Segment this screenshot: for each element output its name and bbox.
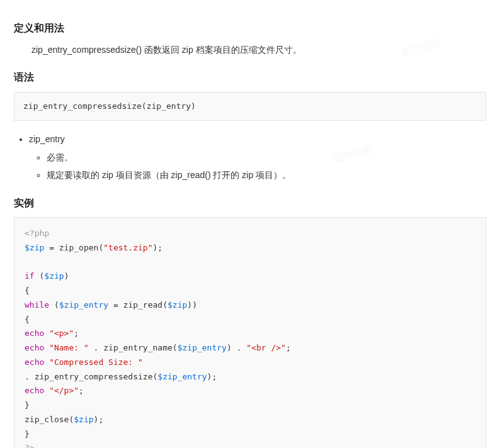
param-required: 必需。 (47, 150, 486, 164)
code-token-func: ); (153, 243, 163, 252)
code-token-var: $zip (168, 300, 187, 310)
example-code: <?php $zip = zip_open("test.zip"); if ($… (14, 217, 486, 448)
code-token-var: $zip_entry (59, 300, 108, 310)
code-token-op: . (232, 343, 246, 352)
code-token-var: $zip (44, 271, 64, 281)
code-token-op: { (25, 315, 30, 324)
code-token-op (44, 357, 49, 367)
code-token-op: ) (64, 271, 69, 281)
code-token-op: { (25, 286, 30, 295)
code-token-php-tag: <?php (25, 228, 49, 238)
code-token-op: ( (49, 300, 59, 310)
code-token-kw: echo (25, 357, 44, 367)
code-token-kw: while (25, 300, 49, 310)
code-token-op (44, 386, 49, 395)
param-name: zip_entry (29, 134, 65, 144)
code-token-kw: echo (25, 343, 44, 352)
code-token-op: ; (79, 386, 84, 395)
code-token-var: $zip_entry (157, 372, 207, 381)
code-token-str: "</p>" (49, 386, 79, 395)
code-token-str: "<p>" (49, 328, 74, 338)
code-token-func: zip_entry_compressedsize( (35, 372, 158, 381)
code-token-op: = (108, 300, 123, 310)
code-token-kw: if (25, 271, 35, 281)
code-token-str: "Name: " (49, 343, 89, 352)
code-token-op: ( (35, 271, 45, 281)
code-token-op: ; (74, 328, 79, 338)
section-title-syntax: 语法 (14, 69, 486, 86)
code-token-php-tag: ?> (25, 443, 35, 448)
code-token-func: zip_read( (123, 300, 168, 310)
param-item: zip_entry 必需。 规定要读取的 zip 项目资源（由 zip_read… (29, 132, 486, 182)
code-token-str: "<br />" (246, 343, 286, 352)
code-token-op (44, 328, 49, 338)
definition-desc: zip_entry_compressedsize() 函数返回 zip 档案项目… (14, 43, 486, 57)
section-title-example: 实例 (14, 195, 486, 211)
code-token-op (44, 343, 49, 352)
code-token-var: $zip_entry (178, 343, 227, 352)
code-token-var: $zip (74, 415, 93, 424)
code-token-op: } (25, 429, 30, 439)
code-token-op: ; (286, 343, 291, 352)
section-title-definition: 定义和用法 (14, 20, 486, 36)
code-token-func: ); (207, 372, 217, 381)
code-token-var: $zip (25, 243, 44, 252)
code-token-str: "test.zip" (103, 243, 152, 252)
code-token-op: . (89, 343, 103, 352)
param-list: zip_entry 必需。 规定要读取的 zip 项目资源（由 zip_read… (14, 132, 486, 182)
code-token-func: )) (187, 300, 197, 310)
code-token-func: zip_close( (25, 415, 74, 424)
code-token-str: "Compressed Size: " (49, 357, 143, 367)
code-token-kw: echo (25, 386, 44, 395)
code-token-op: } (25, 400, 30, 410)
syntax-code: zip_entry_compressedsize(zip_entry) (14, 92, 486, 121)
code-token-func: zip_open( (59, 243, 103, 252)
code-token-op: . (25, 372, 35, 381)
param-desc: 规定要读取的 zip 项目资源（由 zip_read() 打开的 zip 项目）… (47, 168, 486, 182)
code-token-op: = (44, 243, 59, 252)
code-token-func: ); (94, 415, 104, 424)
code-token-func: zip_entry_name( (103, 343, 177, 352)
code-token-kw: echo (25, 328, 44, 338)
code-token-func: ) (227, 343, 232, 352)
